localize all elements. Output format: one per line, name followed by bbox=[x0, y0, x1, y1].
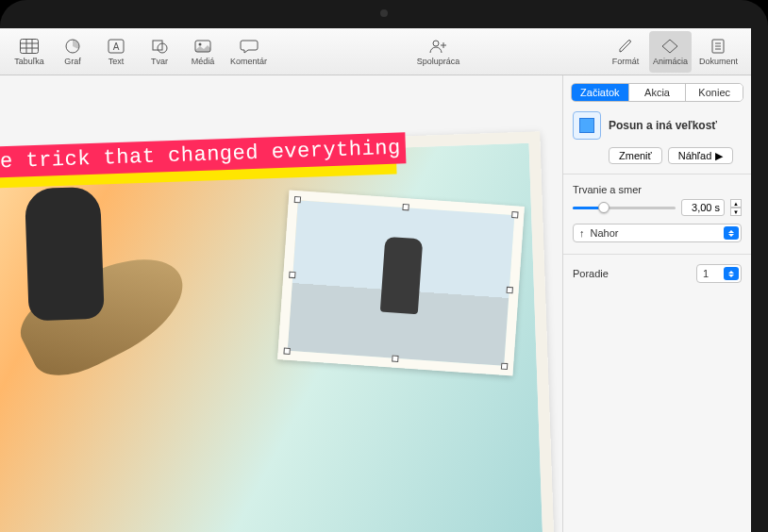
chevron-updown-icon bbox=[724, 267, 739, 280]
resize-handle[interactable] bbox=[511, 211, 518, 218]
media-icon bbox=[193, 38, 212, 55]
chart-button[interactable]: Graf bbox=[53, 31, 92, 73]
duration-field[interactable] bbox=[681, 199, 725, 216]
toolbar-label: Dokument bbox=[699, 57, 738, 66]
play-icon: ▶ bbox=[715, 150, 723, 162]
resize-handle[interactable] bbox=[283, 348, 290, 355]
format-button[interactable]: Formát bbox=[606, 31, 645, 73]
stepper-down[interactable]: ▼ bbox=[730, 208, 742, 216]
shape-icon bbox=[150, 38, 169, 55]
toolbar-left-group: Tabuľka Graf A Text bbox=[9, 31, 271, 73]
direction-dropdown[interactable]: ↑ Nahor bbox=[573, 224, 742, 242]
svg-text:A: A bbox=[113, 42, 120, 52]
resize-handle[interactable] bbox=[392, 356, 398, 362]
tab-build-in[interactable]: Začiatok bbox=[572, 84, 629, 101]
resize-handle[interactable] bbox=[294, 196, 301, 203]
chart-icon bbox=[63, 38, 82, 55]
toolbar-label: Formát bbox=[612, 57, 640, 66]
resize-handle[interactable] bbox=[501, 363, 508, 370]
direction-value: Nahor bbox=[591, 227, 619, 239]
svg-point-12 bbox=[433, 41, 439, 46]
person-add-icon bbox=[428, 38, 447, 55]
text-icon: A bbox=[107, 38, 125, 55]
duration-slider[interactable] bbox=[573, 201, 676, 214]
media-button[interactable]: Médiá bbox=[183, 31, 223, 73]
document-button[interactable]: Dokument bbox=[695, 31, 742, 73]
change-effect-button[interactable]: Zmeniť bbox=[609, 147, 662, 164]
resize-handle[interactable] bbox=[289, 272, 295, 278]
tab-build-out[interactable]: Koniec bbox=[686, 84, 743, 101]
text-button[interactable]: A Text bbox=[96, 31, 136, 73]
collaborate-button[interactable]: Spolupráca bbox=[413, 31, 464, 73]
duration-stepper[interactable]: ▲ ▼ bbox=[730, 199, 742, 216]
inspector-panel: Začiatok Akcia Koniec Posun a iná veľkos… bbox=[562, 75, 751, 532]
comment-icon bbox=[240, 38, 259, 55]
arrow-up-icon: ↑ bbox=[579, 227, 585, 239]
shape-button[interactable]: Tvar bbox=[140, 31, 179, 73]
toolbar-label: Text bbox=[109, 57, 125, 66]
photo-small-selected[interactable] bbox=[277, 190, 525, 375]
duration-label: Trvanie a smer bbox=[563, 184, 751, 199]
table-button[interactable]: Tabuľka bbox=[9, 31, 49, 73]
resize-handle[interactable] bbox=[402, 204, 409, 210]
order-label: Poradie bbox=[573, 268, 609, 279]
brush-icon bbox=[616, 38, 635, 55]
chevron-updown-icon bbox=[724, 226, 739, 240]
comment-button[interactable]: Komentár bbox=[226, 31, 271, 73]
document-icon bbox=[709, 38, 727, 55]
svg-rect-0 bbox=[21, 39, 39, 53]
effect-name: Posun a iná veľkosť bbox=[609, 119, 717, 132]
toolbar-label: Médiá bbox=[192, 57, 215, 66]
order-value: 1 bbox=[703, 268, 709, 279]
toolbar-label: Komentár bbox=[230, 57, 267, 66]
slider-thumb[interactable] bbox=[598, 202, 609, 213]
resize-handle[interactable] bbox=[507, 287, 513, 293]
webcam bbox=[380, 9, 388, 17]
toolbar-label: Tvar bbox=[151, 57, 168, 66]
effect-thumbnail bbox=[573, 111, 601, 140]
toolbar-label: Animácia bbox=[653, 57, 688, 66]
build-phase-tabs: Začiatok Akcia Koniec bbox=[571, 83, 743, 102]
order-dropdown[interactable]: 1 bbox=[696, 264, 742, 283]
table-icon bbox=[20, 38, 39, 55]
slide-canvas[interactable]: e trick that changed everything bbox=[0, 75, 562, 532]
preview-button[interactable]: Náhľad ▶ bbox=[668, 147, 734, 164]
toolbar: Tabuľka Graf A Text bbox=[0, 28, 751, 75]
toolbar-right-group: Formát Animácia Dokument bbox=[606, 31, 742, 73]
svg-point-11 bbox=[199, 42, 202, 45]
toolbar-label: Graf bbox=[64, 57, 81, 66]
tab-action[interactable]: Akcia bbox=[629, 84, 687, 101]
diamond-icon bbox=[660, 38, 679, 55]
animate-button[interactable]: Animácia bbox=[649, 31, 692, 73]
stepper-up[interactable]: ▲ bbox=[730, 199, 742, 208]
toolbar-label: Spolupráca bbox=[417, 57, 460, 66]
toolbar-label: Tabuľka bbox=[14, 57, 44, 66]
